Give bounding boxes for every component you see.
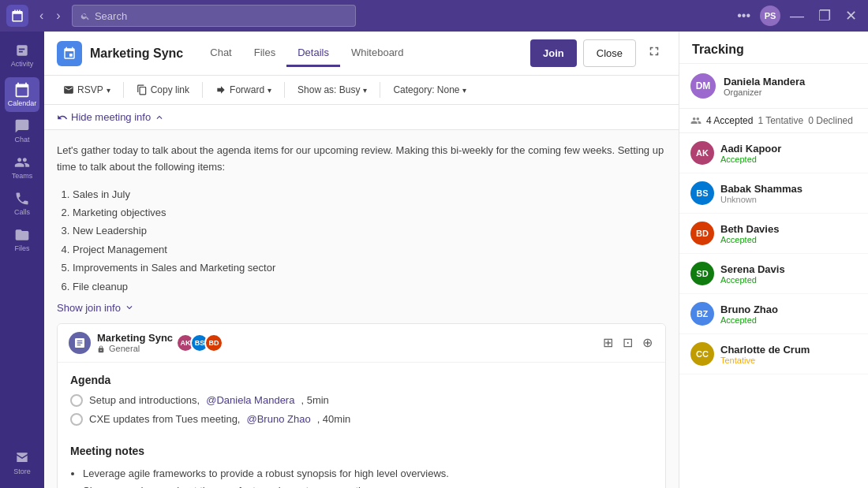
back-button[interactable]: ‹ [35, 6, 48, 26]
show-join-button[interactable]: Show join info [57, 302, 135, 314]
tab-chat[interactable]: Chat [199, 40, 242, 67]
meeting-panel: Marketing Sync Chat Files Details Whiteb… [44, 32, 679, 488]
chat-icon [14, 118, 30, 134]
hide-info-button[interactable]: Hide meeting info [57, 111, 165, 123]
person-status-0: Accepted [720, 155, 781, 164]
task-text-2: CXE updates from Tues meeting, [89, 413, 240, 425]
organizer-name: Daniela Mandera [724, 76, 805, 88]
agenda-item-2: Marketing objectives [73, 203, 666, 222]
person-name-2: Beth Davies [720, 223, 779, 235]
user-avatar[interactable]: PS [760, 6, 780, 26]
search-bar[interactable] [72, 5, 356, 27]
close-meeting-button[interactable]: Close [583, 39, 636, 67]
agenda-section-title: Agenda [70, 374, 653, 386]
store-icon [14, 450, 30, 466]
notes-grid-button[interactable]: ⊞ [601, 333, 615, 352]
task-detail-1: , 5min [301, 394, 328, 406]
person-status-3: Accepted [720, 275, 785, 285]
rsvp-button[interactable]: RSVP ▾ [57, 80, 117, 99]
agenda-item-4: Project Management [73, 240, 666, 259]
meeting-icon-svg [62, 47, 77, 61]
task-circle-1[interactable] [70, 394, 83, 407]
person-name-5: Charlotte de Crum [720, 344, 810, 356]
tracking-stats: 4 Accepted 1 Tentative 0 Declined [679, 109, 868, 133]
sidebar-item-teams[interactable]: Teams [5, 150, 39, 184]
more-button[interactable]: ••• [732, 7, 755, 24]
join-button[interactable]: Join [530, 39, 577, 67]
notes-expand-button[interactable]: ⊡ [621, 333, 634, 352]
nav-buttons: ‹ › [35, 6, 65, 26]
forward-button[interactable]: Forward ▾ [209, 80, 278, 99]
activity-icon [14, 43, 30, 58]
chevron-down-icon [124, 302, 135, 313]
close-button[interactable]: ✕ [840, 6, 862, 26]
note-item-2: Show more demos about the new features i… [83, 482, 653, 488]
notes-settings-button[interactable]: ⊕ [641, 333, 654, 352]
window-controls: ••• PS — ❐ ✕ [732, 6, 862, 26]
forward-button[interactable]: › [51, 6, 65, 26]
sidebar-item-chat-label: Chat [14, 136, 29, 143]
sidebar-item-chat[interactable]: Chat [5, 114, 39, 148]
teams-icon [14, 155, 30, 170]
notes-card-header: Marketing Sync General AK BS BD [58, 324, 665, 363]
copy-link-button[interactable]: Copy link [130, 80, 196, 99]
undo-icon [57, 112, 68, 123]
minimize-button[interactable]: — [785, 6, 809, 26]
rsvp-label: RSVP [77, 84, 103, 95]
rsvp-chevron: ▾ [107, 86, 110, 95]
sidebar-item-activity[interactable]: Activity [5, 38, 39, 73]
sidebar-item-activity-label: Activity [11, 60, 34, 68]
tracking-panel: Tracking DM Daniela Mandera Organizer 4 … [679, 32, 868, 488]
notes-header-icons: ⊞ ⊡ ⊕ [601, 333, 654, 352]
show-as-chevron: ▾ [363, 86, 367, 95]
track-person-4: BZ Bruno Zhao Accepted [679, 294, 868, 334]
task-circle-2[interactable] [70, 413, 83, 426]
lock-icon [97, 345, 105, 353]
person-name-0: Aadi Kapoor [720, 143, 781, 155]
maximize-button[interactable]: ❐ [814, 6, 836, 26]
track-person-0: AK Aadi Kapoor Accepted [679, 133, 868, 173]
notes-icon [73, 337, 86, 349]
tab-details[interactable]: Details [286, 40, 340, 67]
meeting-toolbar: RSVP ▾ Copy link Forward ▾ Show as: Busy [44, 76, 679, 105]
person-avatar-0: AK [690, 141, 714, 165]
note-item-1: Leverage agile frameworks to provide a r… [83, 465, 653, 482]
sidebar-item-store[interactable]: Store [5, 445, 39, 480]
stats-declined: 0 Declined [808, 115, 853, 126]
task-mention-2[interactable]: @Bruno Zhao [246, 413, 310, 425]
notes-channel-avatar [69, 332, 91, 354]
show-join-label: Show join info [57, 302, 121, 314]
task-detail-2: , 40min [317, 413, 351, 425]
person-status-4: Accepted [720, 315, 778, 325]
person-avatar-3: SD [690, 262, 714, 285]
organizer-role: Organizer [724, 88, 805, 97]
forward-label: Forward [230, 84, 264, 95]
category-button[interactable]: Category: None ▾ [387, 80, 473, 99]
participant-avatar-3: BD [204, 333, 223, 352]
sidebar-item-files[interactable]: Files [5, 222, 39, 257]
task-item-1: Setup and introductions, @Daniela Mander… [70, 394, 653, 407]
hide-info-bar: Hide meeting info [44, 105, 679, 130]
participant-avatars: AK BS BD [181, 333, 223, 352]
category-label: Category: None [393, 84, 459, 95]
search-input[interactable] [95, 10, 347, 22]
track-person-3: SD Serena Davis Accepted [679, 254, 868, 294]
meeting-notes-list: Leverage agile frameworks to provide a r… [70, 465, 653, 488]
left-sidebar: Activity Calendar Chat Teams Calls [0, 32, 44, 488]
meeting-more-button[interactable] [642, 39, 666, 67]
tab-whiteboard[interactable]: Whiteboard [340, 40, 414, 67]
files-icon [14, 227, 30, 243]
tab-files[interactable]: Files [243, 40, 286, 67]
stats-icon [690, 115, 702, 126]
header-actions: Join Close [530, 39, 666, 67]
stats-accepted: 4 Accepted [706, 115, 753, 126]
task-mention-1[interactable]: @Daniela Mandera [206, 394, 294, 406]
task-item-2: CXE updates from Tues meeting, @Bruno Zh… [70, 413, 653, 426]
organizer-avatar: DM [690, 73, 716, 99]
sidebar-item-calls[interactable]: Calls [5, 186, 39, 221]
sidebar-item-calendar[interactable]: Calendar [5, 77, 39, 112]
agenda-item-5: Improvements in Sales and Marketing sect… [73, 259, 666, 277]
notes-channel-subtitle: General [109, 344, 140, 353]
toolbar-separator-2 [202, 82, 203, 98]
show-as-button[interactable]: Show as: Busy ▾ [291, 80, 373, 99]
